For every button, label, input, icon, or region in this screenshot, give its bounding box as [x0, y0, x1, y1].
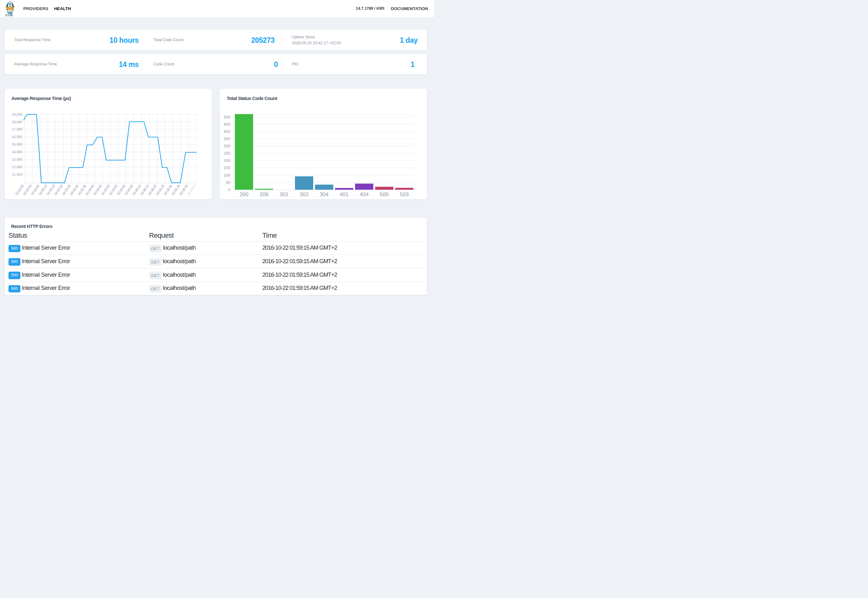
svg-text:350: 350	[224, 136, 230, 141]
svg-text:400: 400	[224, 129, 230, 134]
svg-text:301: 301	[280, 191, 288, 197]
svg-text:0: 0	[228, 187, 230, 192]
svg-text:250: 250	[224, 151, 230, 155]
svg-text:12,000: 12,000	[12, 165, 22, 169]
svg-text:11,000: 11,000	[12, 172, 22, 176]
svg-text:200: 200	[239, 191, 248, 197]
svg-text:304: 304	[320, 191, 328, 197]
svg-text:302: 302	[300, 191, 308, 197]
svg-text:500: 500	[224, 114, 230, 119]
svg-text:300: 300	[224, 144, 230, 148]
svg-text:19,000: 19,000	[12, 112, 22, 116]
svg-text:13,000: 13,000	[12, 157, 22, 161]
svg-text:50: 50	[226, 180, 230, 185]
svg-text:450: 450	[224, 122, 230, 126]
svg-text:500: 500	[380, 191, 389, 197]
svg-text:150: 150	[224, 165, 230, 170]
svg-text:14,000: 14,000	[12, 150, 22, 154]
svg-text:401: 401	[340, 191, 349, 197]
svg-text:503: 503	[400, 191, 409, 197]
svg-text:17,000: 17,000	[12, 127, 22, 131]
svg-text:16,000: 16,000	[12, 135, 22, 139]
svg-text:200: 200	[224, 158, 230, 163]
svg-text:206: 206	[259, 191, 268, 197]
svg-text:15,000: 15,000	[12, 142, 22, 146]
svg-text:18,000: 18,000	[12, 120, 22, 124]
svg-text:100: 100	[224, 173, 230, 177]
svg-text:404: 404	[360, 191, 368, 197]
